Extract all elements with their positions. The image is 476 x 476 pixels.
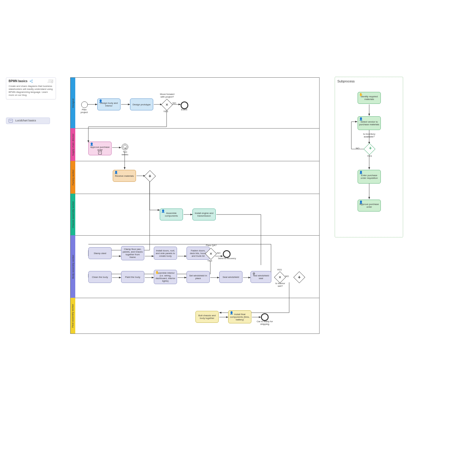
share-icon xyxy=(29,79,33,84)
pill-label: Lucidchart basics xyxy=(15,119,36,122)
task-assemble-interior[interactable]: ✋ Assemble interior (i.e. wiring, dashbo… xyxy=(154,270,177,284)
lane-body-assembly[interactable]: Body assembly worker Stamp steel Clamp f… xyxy=(71,235,319,298)
timer-event-two-weeks[interactable] xyxy=(122,144,128,150)
lane-label-final: Final assembly worker xyxy=(71,298,75,333)
svg-point-2 xyxy=(32,82,32,83)
svg-point-1 xyxy=(30,81,31,82)
card-title: BPMN basics xyxy=(9,79,27,83)
service-icon: ⚙ xyxy=(252,272,256,275)
lane-label-supply: Supply chain director xyxy=(71,128,75,161)
gateway-parallel-split[interactable] xyxy=(144,170,156,182)
task-enter-por[interactable]: 👤 Enter purchase order requisition xyxy=(358,170,381,184)
bpmn-pool[interactable]: Designer Plan project 👤 Design body and … xyxy=(70,77,320,334)
subprocess-marker-icon: + xyxy=(98,151,102,154)
task-test-windshield[interactable]: ⚙ Test windshield seal xyxy=(250,271,271,283)
lane-factory-worker[interactable]: Factory worker 👤 Receive materials xyxy=(71,161,319,194)
start-event-label: Plan project xyxy=(78,109,90,114)
task-stamp-steel[interactable]: Stamp steel xyxy=(88,247,112,259)
task-paint-body[interactable]: Paint the body xyxy=(121,271,144,283)
user-icon: 👤 xyxy=(359,118,363,120)
end-event-label: Event xyxy=(179,109,189,111)
lane-label-chassis: Chassis assembly worker xyxy=(71,194,75,235)
task-design-body[interactable]: 👤 Design body and interior xyxy=(97,98,120,110)
lane-label-body: Body assembly worker xyxy=(71,235,75,298)
task-approve-po[interactable]: 👤 Approve purchase order + xyxy=(88,142,112,155)
gateway-inventory-available[interactable] xyxy=(364,143,375,155)
lane-supply-chain[interactable]: Supply chain director 👤 Approve purchase… xyxy=(71,128,319,161)
lane-final-assembly[interactable]: Final assembly worker Bolt chassis and b… xyxy=(71,298,319,333)
lane-label-designer: Designer xyxy=(71,78,75,128)
task-design-prototype[interactable]: Design prototype xyxy=(130,98,153,110)
subprocess-title: Subprocess xyxy=(337,79,400,83)
canvas: BPMN basics ──○──◇──▭ Create and share d… xyxy=(0,0,476,476)
user-icon: 👤 xyxy=(90,143,93,146)
manual-icon: ✋ xyxy=(155,271,159,274)
user-icon: 👤 xyxy=(161,210,165,213)
task-install-engine[interactable]: Install engine and transmission xyxy=(192,209,216,220)
gateway-branch-no-qa: NO xyxy=(217,252,220,255)
gateway-branch-no-wet: NO xyxy=(285,275,289,278)
task-approve-po-sub[interactable]: 👤 Approve purchase order xyxy=(358,200,381,212)
lane-designer[interactable]: Designer Plan project 👤 Design body and … xyxy=(71,78,319,129)
lane-label-factory: Factory worker xyxy=(71,161,75,194)
task-install-final[interactable]: 👤 Install final components (tires, batte… xyxy=(228,310,251,323)
manual-icon: ✋ xyxy=(359,93,363,96)
gateway-interior-wet[interactable] xyxy=(274,271,286,283)
card-description: Create and share diagrams that business … xyxy=(9,85,53,97)
task-receive-materials[interactable]: 👤 Receive materials xyxy=(113,170,136,182)
gateway-branch-yes: YES xyxy=(163,110,168,113)
task-clamp-floor[interactable]: Clamp floor pan, panels, and braces toge… xyxy=(121,246,144,260)
svg-point-0 xyxy=(32,80,32,81)
gateway-branch-yes-inv: YES xyxy=(367,155,372,158)
card-flow-icon: ──○──◇──▭ xyxy=(48,79,53,83)
task-bolt-chassis[interactable]: Bolt chassis and body together xyxy=(195,311,219,323)
user-icon: 👤 xyxy=(359,171,363,174)
user-icon: 👤 xyxy=(230,311,233,314)
presentation-icon xyxy=(9,119,13,123)
task-install-doors[interactable]: Install doors, roof, and side panels to … xyxy=(154,247,177,260)
task-set-windshield[interactable]: Set windshield in place xyxy=(187,271,210,283)
subprocess-container[interactable]: Subprocess ✋ Identify required materials… xyxy=(335,77,403,237)
gateway-branch-yes-wet: YES xyxy=(277,269,282,271)
lucidchart-basics-button[interactable]: Lucidchart basics xyxy=(6,118,50,124)
gateway-label-interior-wet: Is interior wet? xyxy=(273,282,288,288)
task-select-vendor[interactable]: 👤 Select vendor to purchase materials xyxy=(358,116,381,130)
gateway-branch-no-inv: NO xyxy=(356,147,359,150)
gateway-label-pass-qa: Pass QA? xyxy=(204,244,219,247)
timer-event-label: Two weeks xyxy=(120,151,130,156)
gateway-move-forward[interactable] xyxy=(161,99,173,111)
end-event-recovery-label: Send to recovery xyxy=(217,257,237,260)
gateway-branch-no: NO xyxy=(173,102,176,105)
gateway-branch-yes-qa: YES xyxy=(207,260,212,262)
task-clean-body[interactable]: Clean the body xyxy=(88,271,112,283)
user-icon: 👤 xyxy=(114,171,118,174)
start-event-plan-project[interactable] xyxy=(81,101,88,108)
task-assemble-components[interactable]: 👤 Assemble components xyxy=(160,209,183,220)
task-seal-windshield[interactable]: Seal windshield xyxy=(219,271,242,283)
end-event-car-ready-label: Car is ready for shipping xyxy=(254,320,275,326)
gateway-label-move-forward: Move forward with project? xyxy=(157,93,178,98)
user-icon: 👤 xyxy=(359,201,363,204)
task-identify-materials[interactable]: ✋ Identify required materials xyxy=(358,92,381,104)
user-icon: 👤 xyxy=(99,100,102,103)
bpmn-basics-card[interactable]: BPMN basics ──○──◇──▭ Create and share d… xyxy=(6,77,56,99)
gateway-label-inventory: Is inventory available? xyxy=(359,133,380,138)
gateway-parallel-merge[interactable] xyxy=(293,271,305,283)
lane-chassis-assembly[interactable]: Chassis assembly worker 👤 Assemble compo… xyxy=(71,194,319,236)
